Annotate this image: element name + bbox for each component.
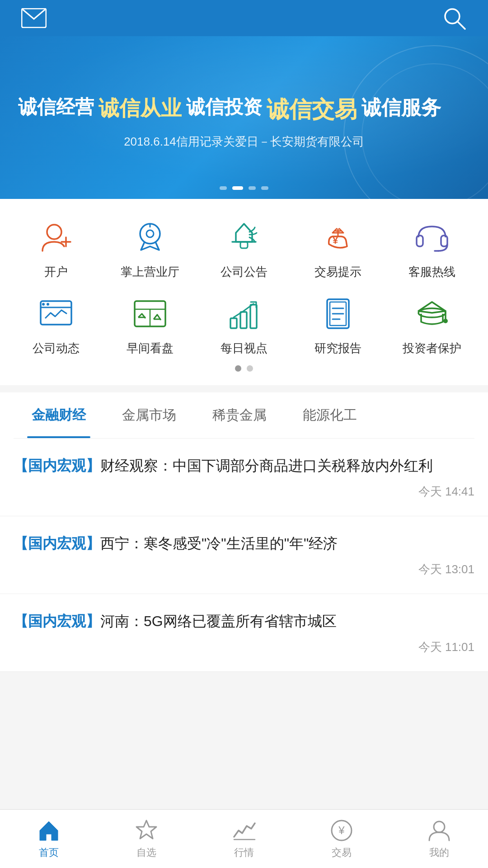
mail-icon[interactable] — [18, 2, 50, 34]
nav-watchlist-label: 自选 — [136, 846, 156, 859]
kanpan-label: 早间看盘 — [127, 340, 174, 356]
slogan-3: 诚信投资 — [186, 94, 262, 125]
profile-icon — [427, 819, 451, 842]
search-icon[interactable] — [438, 2, 470, 34]
page-dot-1[interactable] — [235, 365, 241, 372]
icons-row-2: 公司动态 早间看盘 — [0, 289, 488, 365]
icon-shidian[interactable]: 每日视点 — [203, 293, 285, 356]
kaiku-label: 开户 — [44, 264, 68, 280]
baohu-icon — [412, 293, 452, 334]
banner-dot-4[interactable] — [261, 186, 268, 190]
svg-text:¥: ¥ — [333, 235, 338, 246]
dongtai-icon — [36, 293, 76, 334]
svg-point-21 — [42, 303, 45, 306]
dongtai-label: 公司动态 — [33, 340, 80, 356]
nav-home[interactable]: 首页 — [0, 810, 98, 868]
svg-point-44 — [434, 821, 445, 832]
shidian-icon — [224, 293, 264, 334]
jiaoyitishi-label: 交易提示 — [314, 264, 361, 280]
bottom-nav: 首页 自选 行情 ¥ 交易 — [0, 809, 488, 868]
trade-icon: ¥ — [330, 819, 353, 842]
svg-point-7 — [146, 230, 154, 237]
svg-marker-37 — [418, 302, 446, 313]
nav-profile[interactable]: 我的 — [390, 810, 488, 868]
banner-text: 诚信经营 诚信从业 诚信投资 诚信交易 诚信服务 2018.6.14信用记录关爱… — [0, 85, 488, 150]
banner-pagination — [220, 186, 268, 190]
tabs-row: 金融财经 金属市场 稀贵金属 能源化工 — [14, 392, 474, 439]
news-time-1: 今天 14:41 — [14, 484, 474, 500]
svg-point-22 — [47, 303, 49, 306]
baogao-label: 研究报告 — [314, 340, 361, 356]
icon-baogao[interactable]: 研究报告 — [297, 293, 379, 356]
kaiku-icon — [36, 217, 76, 258]
icon-gonggao[interactable]: 公司公告 — [203, 217, 285, 280]
banner: 诚信经营 诚信从业 诚信投资 诚信交易 诚信服务 2018.6.14信用记录关爱… — [0, 36, 488, 199]
svg-rect-11 — [240, 242, 248, 248]
gonggao-icon — [224, 217, 264, 258]
shidian-label: 每日视点 — [221, 340, 267, 356]
nav-home-label: 首页 — [39, 846, 59, 859]
icon-page-dots — [0, 365, 488, 381]
slogan-2: 诚信从业 — [99, 94, 182, 125]
home-icon — [37, 819, 61, 842]
svg-point-39 — [443, 319, 448, 323]
tab-nengyuan[interactable]: 能源化工 — [285, 392, 375, 438]
news-time-2: 今天 13:01 — [14, 561, 474, 577]
svg-point-3 — [47, 225, 61, 239]
icon-jiaoyitishi[interactable]: ¥ 交易提示 — [297, 217, 379, 280]
news-tag-1: 【国内宏观】 — [14, 458, 100, 474]
svg-line-2 — [457, 21, 465, 29]
nav-market-label: 行情 — [234, 846, 254, 859]
icon-kanpan[interactable]: 早间看盘 — [109, 293, 191, 356]
nav-trade[interactable]: ¥ 交易 — [293, 810, 390, 868]
svg-rect-16 — [441, 236, 447, 246]
icon-baohu[interactable]: 投资者保护 — [391, 293, 473, 356]
svg-marker-9 — [236, 224, 252, 242]
yingyeting-label: 掌上营业厅 — [121, 264, 179, 280]
news-item-1[interactable]: 【国内宏观】财经观察：中国下调部分商品进口关税释放内外红利 今天 14:41 — [0, 439, 488, 516]
tab-jinrong[interactable]: 金融财经 — [14, 392, 104, 438]
banner-slogans: 诚信经营 诚信从业 诚信投资 诚信交易 诚信服务 — [18, 94, 470, 125]
news-item-3[interactable]: 【国内宏观】河南：5G网络已覆盖所有省辖市城区 今天 11:01 — [0, 594, 488, 672]
svg-rect-30 — [250, 305, 257, 328]
nav-market[interactable]: 行情 — [195, 810, 293, 868]
tab-jinshu[interactable]: 金属市场 — [104, 392, 194, 438]
svg-text:¥: ¥ — [338, 824, 345, 836]
svg-rect-15 — [417, 236, 423, 246]
icon-kefu[interactable]: 客服热线 — [391, 217, 473, 280]
svg-rect-28 — [230, 318, 237, 328]
tab-xigui[interactable]: 稀贵金属 — [194, 392, 285, 438]
icon-kaiku[interactable]: 开户 — [15, 217, 97, 280]
banner-dot-3[interactable] — [249, 186, 256, 190]
header — [0, 0, 488, 36]
kanpan-icon — [130, 293, 170, 334]
news-title-2: 【国内宏观】西宁：寒冬感受"冷"生活里的"年"经济 — [14, 533, 474, 554]
baogao-icon — [318, 293, 358, 334]
nav-profile-label: 我的 — [429, 846, 449, 859]
news-tag-2: 【国内宏观】 — [14, 535, 100, 552]
icon-dongtai[interactable]: 公司动态 — [15, 293, 97, 356]
svg-marker-40 — [136, 821, 156, 839]
tabs-section: 金融财经 金属市场 稀贵金属 能源化工 — [0, 392, 488, 439]
slogan-5: 诚信服务 — [361, 94, 441, 125]
news-item-2[interactable]: 【国内宏观】西宁：寒冬感受"冷"生活里的"年"经济 今天 13:01 — [0, 516, 488, 594]
banner-dot-1[interactable] — [220, 186, 227, 190]
yingyeting-icon — [130, 217, 170, 258]
watchlist-icon — [135, 819, 158, 842]
banner-dot-2[interactable] — [232, 186, 243, 190]
page-dot-2[interactable] — [247, 365, 253, 372]
nav-trade-label: 交易 — [332, 846, 352, 859]
news-title-1: 【国内宏观】财经观察：中国下调部分商品进口关税释放内外红利 — [14, 455, 474, 476]
baohu-label: 投资者保护 — [403, 340, 461, 356]
icon-yingyeting[interactable]: 掌上营业厅 — [109, 217, 191, 280]
gonggao-label: 公司公告 — [221, 264, 267, 280]
svg-rect-18 — [41, 301, 71, 325]
nav-watchlist[interactable]: 自选 — [98, 810, 195, 868]
icons-section: 开户 掌上营业厅 — [0, 199, 488, 385]
news-list: 【国内宏观】财经观察：中国下调部分商品进口关税释放内外红利 今天 14:41 【… — [0, 439, 488, 672]
news-tag-3: 【国内宏观】 — [14, 613, 100, 629]
kefu-icon — [412, 217, 452, 258]
banner-subtitle: 2018.6.14信用记录关爱日－长安期货有限公司 — [18, 134, 470, 150]
slogan-4: 诚信交易 — [267, 94, 357, 125]
svg-rect-29 — [240, 312, 247, 328]
